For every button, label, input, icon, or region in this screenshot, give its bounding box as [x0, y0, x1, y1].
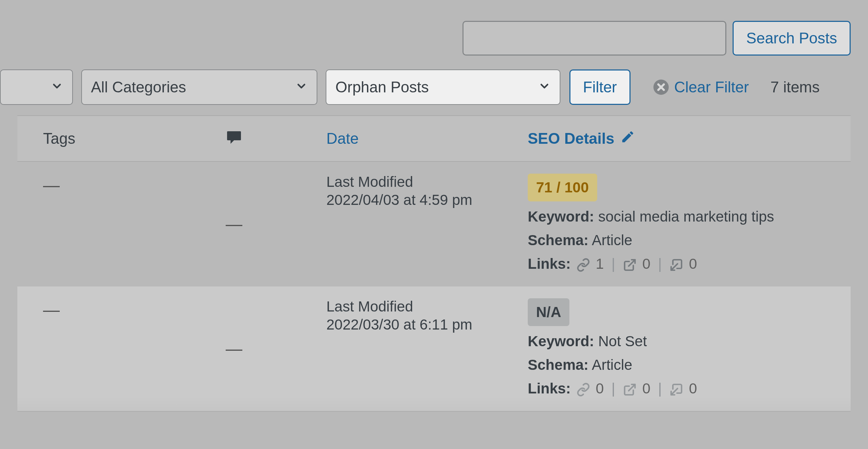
comment-icon	[226, 128, 242, 149]
cell-seo: N/A Keyword: Not Set Schema: Article Lin…	[528, 298, 851, 397]
bulk-action-select[interactable]	[0, 69, 73, 105]
schema-label: Schema:	[528, 357, 589, 373]
links-label: Links:	[528, 256, 571, 272]
chevron-down-icon	[538, 78, 551, 96]
link-incoming-icon	[669, 256, 683, 272]
date-label: Last Modified	[326, 174, 528, 190]
cell-seo: 71 / 100 Keyword: social media marketing…	[528, 174, 851, 272]
search-input[interactable]	[462, 21, 726, 56]
svg-line-1	[629, 260, 635, 266]
close-circle-icon	[653, 79, 669, 95]
clear-filter-label: Clear Filter	[674, 78, 749, 96]
links-incoming-count: 0	[689, 256, 697, 272]
svg-line-3	[629, 384, 635, 391]
schema-value: Article	[592, 357, 632, 373]
link-incoming-icon	[669, 380, 683, 397]
cell-tags: —	[17, 174, 226, 272]
cell-date: Last Modified 2022/03/30 at 6:11 pm	[326, 298, 528, 397]
items-count: 7 items	[770, 78, 820, 96]
column-header-comments[interactable]	[226, 128, 326, 149]
filter-button[interactable]: Filter	[569, 69, 631, 105]
table-row: — — Last Modified 2022/03/30 at 6:11 pm …	[17, 286, 851, 411]
post-type-select-label: Orphan Posts	[335, 78, 429, 96]
date-value: 2022/04/03 at 4:59 pm	[326, 192, 528, 208]
link-internal-icon	[576, 256, 590, 272]
column-header-date[interactable]: Date	[326, 130, 528, 147]
column-header-tags[interactable]: Tags	[17, 130, 226, 147]
chevron-down-icon	[295, 78, 308, 96]
schema-value: Article	[592, 232, 632, 248]
date-value: 2022/03/30 at 6:11 pm	[326, 316, 528, 333]
category-select-label: All Categories	[91, 78, 186, 96]
schema-label: Schema:	[528, 232, 589, 248]
seo-details-label: SEO Details	[528, 130, 614, 147]
category-select[interactable]: All Categories	[81, 69, 317, 105]
posts-table: Tags Date SEO Details — —	[17, 115, 851, 412]
chevron-down-icon	[51, 78, 63, 96]
table-row: — — Last Modified 2022/04/03 at 4:59 pm …	[17, 162, 851, 286]
cell-date: Last Modified 2022/04/03 at 4:59 pm	[326, 174, 528, 272]
date-label: Last Modified	[326, 298, 528, 315]
links-label: Links:	[528, 380, 571, 397]
keyword-value: Not Set	[598, 333, 647, 349]
seo-score-badge: N/A	[528, 298, 569, 326]
search-posts-button[interactable]: Search Posts	[733, 21, 851, 56]
clear-filter-button[interactable]: Clear Filter	[653, 78, 749, 96]
links-external-count: 0	[642, 380, 650, 397]
links-internal-count: 1	[596, 256, 604, 272]
column-header-seo-details[interactable]: SEO Details	[528, 130, 851, 148]
link-external-icon	[623, 380, 637, 397]
link-external-icon	[623, 256, 637, 272]
svg-line-2	[671, 264, 677, 270]
svg-line-4	[671, 389, 677, 395]
cell-tags: —	[17, 298, 226, 397]
link-internal-icon	[576, 380, 590, 397]
cell-comments: —	[226, 174, 326, 272]
table-header: Tags Date SEO Details	[17, 116, 851, 162]
keyword-label: Keyword:	[528, 208, 594, 225]
pencil-icon	[620, 130, 635, 148]
keyword-label: Keyword:	[528, 333, 594, 349]
links-external-count: 0	[642, 256, 650, 272]
seo-score-badge: 71 / 100	[528, 174, 597, 201]
keyword-value: social media marketing tips	[598, 208, 774, 225]
links-internal-count: 0	[596, 380, 604, 397]
post-type-select[interactable]: Orphan Posts	[326, 69, 560, 105]
links-incoming-count: 0	[689, 380, 697, 397]
cell-comments: —	[226, 298, 326, 397]
